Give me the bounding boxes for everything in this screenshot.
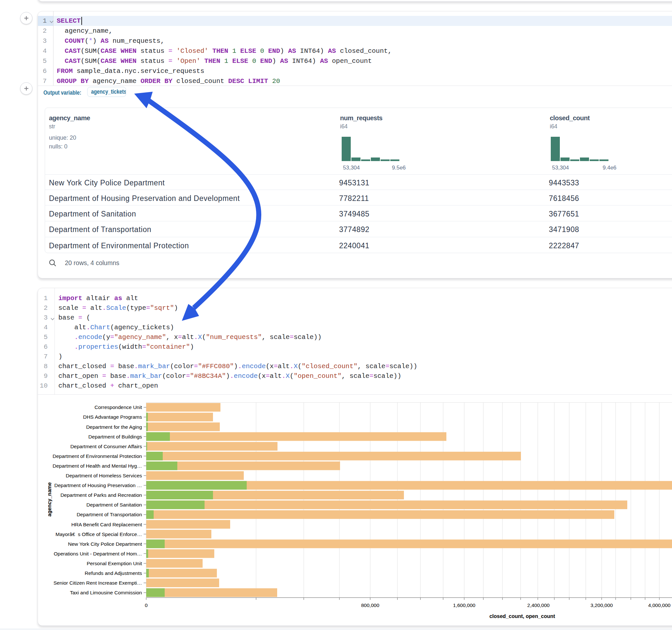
svg-text:Senior Citizen Rent Increase E: Senior Citizen Rent Increase Exempti…	[53, 580, 142, 586]
svg-text:3,200,000: 3,200,000	[591, 602, 613, 608]
svg-text:Department of Health and Menta: Department of Health and Mental Hyg…	[52, 463, 142, 468]
svg-text:2,400,000: 2,400,000	[527, 602, 550, 608]
svg-text:Department of Sanitation: Department of Sanitation	[87, 502, 142, 508]
svg-text:HRA Benefit Card Replacement: HRA Benefit Card Replacement	[71, 522, 142, 527]
svg-text:Mayorâ€ s Office of Special E: Mayorâ€ s Office of Special Enforce…	[55, 532, 142, 537]
svg-text:Department of Parks and Recrea: Department of Parks and Recreation	[60, 492, 142, 498]
svg-text:Refunds and Adjustments: Refunds and Adjustments	[85, 571, 142, 576]
svg-text:Department of Housing Preserva: Department of Housing Preservation …	[54, 483, 142, 488]
svg-text:1,600,000: 1,600,000	[453, 602, 476, 608]
svg-text:Department of Homeless Service: Department of Homeless Services	[66, 473, 142, 478]
svg-text:Department of Environmental Pr: Department of Environmental Protection	[52, 453, 142, 459]
svg-text:0: 0	[145, 602, 148, 608]
svg-text:DHS Advantage Programs: DHS Advantage Programs	[83, 414, 142, 420]
svg-text:Personal Exemption Unit: Personal Exemption Unit	[87, 561, 142, 566]
svg-text:Correspondence Unit: Correspondence Unit	[95, 405, 142, 410]
svg-text:Department of Consumer Affairs: Department of Consumer Affairs	[70, 444, 142, 449]
svg-text:closed_count, open_count: closed_count, open_count	[489, 613, 555, 619]
svg-text:800,000: 800,000	[361, 602, 379, 608]
svg-text:Operations Unit - Department o: Operations Unit - Department of Hom…	[54, 551, 142, 556]
svg-text:Department for the Aging: Department for the Aging	[86, 424, 142, 430]
svg-text:Department of Transportation: Department of Transportation	[76, 512, 142, 517]
svg-text:New York City Police Departmen: New York City Police Department	[68, 541, 142, 547]
svg-text:agency_name: agency_name	[47, 482, 52, 516]
svg-text:4,000,000: 4,000,000	[648, 602, 671, 608]
svg-text:Taxi and Limousine Commission: Taxi and Limousine Commission	[70, 590, 142, 595]
svg-text:Department of Buildings: Department of Buildings	[89, 434, 142, 439]
